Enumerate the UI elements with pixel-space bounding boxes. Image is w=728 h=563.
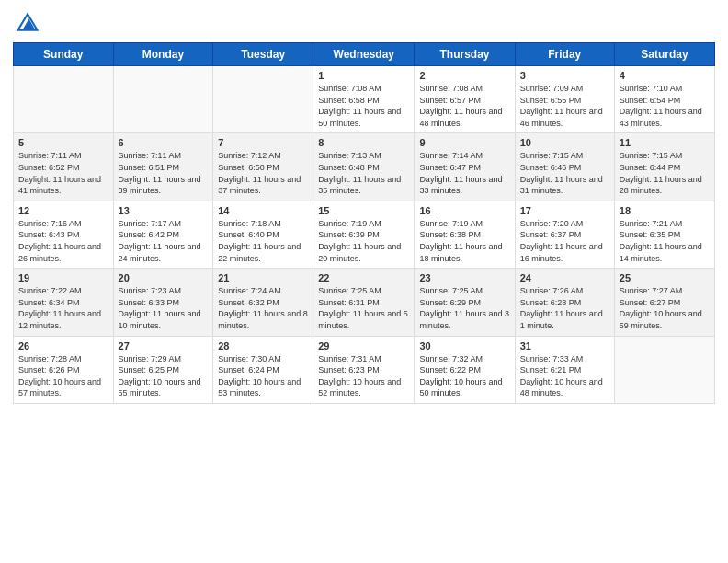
day-info: Sunrise: 7:09 AMSunset: 6:55 PMDaylight:… xyxy=(520,83,609,129)
day-number: 31 xyxy=(520,340,609,351)
sunrise-text: Sunrise: 7:18 AM xyxy=(218,218,308,230)
calendar-cell: 6Sunrise: 7:11 AMSunset: 6:51 PMDaylight… xyxy=(113,133,213,201)
day-number: 11 xyxy=(620,137,710,148)
sunset-text: Sunset: 6:22 PM xyxy=(419,364,509,376)
sunset-text: Sunset: 6:47 PM xyxy=(419,162,509,174)
daylight-text: Daylight: 10 hours and 50 minutes. xyxy=(419,376,509,399)
sunrise-text: Sunrise: 7:33 AM xyxy=(520,353,609,365)
sunrise-text: Sunrise: 7:14 AM xyxy=(419,150,509,162)
calendar-row-2: 12Sunrise: 7:16 AMSunset: 6:43 PMDayligh… xyxy=(14,201,715,268)
calendar-cell: 7Sunrise: 7:12 AMSunset: 6:50 PMDaylight… xyxy=(213,133,313,201)
sunset-text: Sunset: 6:25 PM xyxy=(119,364,209,376)
calendar-cell: 4Sunrise: 7:10 AMSunset: 6:54 PMDaylight… xyxy=(614,66,714,133)
day-number: 30 xyxy=(419,340,509,351)
calendar-cell: 11Sunrise: 7:15 AMSunset: 6:44 PMDayligh… xyxy=(614,133,714,201)
sunrise-text: Sunrise: 7:09 AM xyxy=(520,83,609,95)
day-info: Sunrise: 7:17 AMSunset: 6:42 PMDaylight:… xyxy=(119,218,209,264)
sunrise-text: Sunrise: 7:20 AM xyxy=(520,218,609,230)
sunrise-text: Sunrise: 7:19 AM xyxy=(318,218,409,230)
sunrise-text: Sunrise: 7:11 AM xyxy=(18,150,108,162)
day-info: Sunrise: 7:08 AMSunset: 6:58 PMDaylight:… xyxy=(318,83,409,129)
day-info: Sunrise: 7:25 AMSunset: 6:31 PMDaylight:… xyxy=(318,285,409,331)
sunset-text: Sunset: 6:31 PM xyxy=(318,297,409,309)
day-info: Sunrise: 7:11 AMSunset: 6:52 PMDaylight:… xyxy=(18,150,108,196)
calendar-cell: 9Sunrise: 7:14 AMSunset: 6:47 PMDaylight… xyxy=(415,133,515,201)
sunrise-text: Sunrise: 7:22 AM xyxy=(18,285,108,297)
sunrise-text: Sunrise: 7:21 AM xyxy=(620,218,710,230)
day-info: Sunrise: 7:16 AMSunset: 6:43 PMDaylight:… xyxy=(18,218,108,264)
sunset-text: Sunset: 6:34 PM xyxy=(18,297,108,309)
daylight-text: Daylight: 11 hours and 14 minutes. xyxy=(620,241,710,264)
calendar-cell: 29Sunrise: 7:31 AMSunset: 6:23 PMDayligh… xyxy=(313,336,415,403)
daylight-text: Daylight: 11 hours and 16 minutes. xyxy=(520,241,609,264)
sunset-text: Sunset: 6:24 PM xyxy=(218,364,308,376)
day-number: 6 xyxy=(119,137,209,148)
daylight-text: Daylight: 11 hours and 24 minutes. xyxy=(119,241,209,264)
day-number: 5 xyxy=(18,137,108,148)
sunrise-text: Sunrise: 7:28 AM xyxy=(18,353,108,365)
daylight-text: Daylight: 11 hours and 10 minutes. xyxy=(119,308,209,331)
sunset-text: Sunset: 6:39 PM xyxy=(318,229,409,241)
calendar-cell: 17Sunrise: 7:20 AMSunset: 6:37 PMDayligh… xyxy=(515,201,614,268)
day-number: 12 xyxy=(18,205,108,216)
day-number: 1 xyxy=(318,70,409,81)
day-number: 29 xyxy=(318,340,409,351)
day-number: 2 xyxy=(419,70,509,81)
day-info: Sunrise: 7:31 AMSunset: 6:23 PMDaylight:… xyxy=(318,353,409,399)
sunrise-text: Sunrise: 7:16 AM xyxy=(18,218,108,230)
day-number: 25 xyxy=(620,272,710,283)
weekday-header-saturday: Saturday xyxy=(614,43,714,66)
day-number: 27 xyxy=(119,340,209,351)
day-info: Sunrise: 7:10 AMSunset: 6:54 PMDaylight:… xyxy=(620,83,710,129)
calendar-cell: 15Sunrise: 7:19 AMSunset: 6:39 PMDayligh… xyxy=(313,201,415,268)
calendar-cell: 24Sunrise: 7:26 AMSunset: 6:28 PMDayligh… xyxy=(515,269,614,336)
day-info: Sunrise: 7:33 AMSunset: 6:21 PMDaylight:… xyxy=(520,353,609,399)
sunrise-text: Sunrise: 7:32 AM xyxy=(419,353,509,365)
sunrise-text: Sunrise: 7:31 AM xyxy=(318,353,409,365)
daylight-text: Daylight: 11 hours and 41 minutes. xyxy=(18,174,108,197)
calendar-cell: 30Sunrise: 7:32 AMSunset: 6:22 PMDayligh… xyxy=(415,336,515,403)
day-number: 20 xyxy=(119,272,209,283)
daylight-text: Daylight: 10 hours and 59 minutes. xyxy=(620,308,710,331)
day-number: 3 xyxy=(520,70,609,81)
calendar-cell: 23Sunrise: 7:25 AMSunset: 6:29 PMDayligh… xyxy=(415,269,515,336)
sunset-text: Sunset: 6:29 PM xyxy=(419,297,509,309)
sunset-text: Sunset: 6:28 PM xyxy=(520,297,609,309)
sunrise-text: Sunrise: 7:15 AM xyxy=(520,150,609,162)
calendar-cell: 3Sunrise: 7:09 AMSunset: 6:55 PMDaylight… xyxy=(515,66,614,133)
day-info: Sunrise: 7:08 AMSunset: 6:57 PMDaylight:… xyxy=(419,83,509,129)
day-number: 18 xyxy=(620,205,710,216)
day-info: Sunrise: 7:20 AMSunset: 6:37 PMDaylight:… xyxy=(520,218,609,264)
calendar-cell: 13Sunrise: 7:17 AMSunset: 6:42 PMDayligh… xyxy=(113,201,213,268)
weekday-header-tuesday: Tuesday xyxy=(213,43,313,66)
weekday-header-friday: Friday xyxy=(515,43,614,66)
calendar-cell: 20Sunrise: 7:23 AMSunset: 6:33 PMDayligh… xyxy=(113,269,213,336)
calendar-row-1: 5Sunrise: 7:11 AMSunset: 6:52 PMDaylight… xyxy=(14,133,715,201)
daylight-text: Daylight: 11 hours and 28 minutes. xyxy=(620,174,710,197)
calendar-cell xyxy=(614,336,714,403)
sunset-text: Sunset: 6:23 PM xyxy=(318,364,409,376)
day-number: 22 xyxy=(318,272,409,283)
daylight-text: Daylight: 11 hours and 18 minutes. xyxy=(419,241,509,264)
calendar-cell: 21Sunrise: 7:24 AMSunset: 6:32 PMDayligh… xyxy=(213,269,313,336)
weekday-header-monday: Monday xyxy=(113,43,213,66)
calendar-cell: 19Sunrise: 7:22 AMSunset: 6:34 PMDayligh… xyxy=(14,269,114,336)
sunset-text: Sunset: 6:21 PM xyxy=(520,364,609,376)
header xyxy=(13,9,715,35)
calendar-row-3: 19Sunrise: 7:22 AMSunset: 6:34 PMDayligh… xyxy=(14,269,715,336)
day-number: 10 xyxy=(520,137,609,148)
sunset-text: Sunset: 6:44 PM xyxy=(620,162,710,174)
weekday-header-thursday: Thursday xyxy=(415,43,515,66)
logo-icon xyxy=(15,9,40,35)
sunrise-text: Sunrise: 7:23 AM xyxy=(119,285,209,297)
daylight-text: Daylight: 11 hours and 3 minutes. xyxy=(419,308,509,331)
sunset-text: Sunset: 6:54 PM xyxy=(620,95,710,107)
calendar-cell: 26Sunrise: 7:28 AMSunset: 6:26 PMDayligh… xyxy=(14,336,114,403)
sunrise-text: Sunrise: 7:19 AM xyxy=(419,218,509,230)
calendar-cell: 27Sunrise: 7:29 AMSunset: 6:25 PMDayligh… xyxy=(113,336,213,403)
day-info: Sunrise: 7:21 AMSunset: 6:35 PMDaylight:… xyxy=(620,218,710,264)
day-number: 19 xyxy=(18,272,108,283)
day-info: Sunrise: 7:30 AMSunset: 6:24 PMDaylight:… xyxy=(218,353,308,399)
day-info: Sunrise: 7:24 AMSunset: 6:32 PMDaylight:… xyxy=(218,285,308,331)
day-info: Sunrise: 7:15 AMSunset: 6:46 PMDaylight:… xyxy=(520,150,609,196)
